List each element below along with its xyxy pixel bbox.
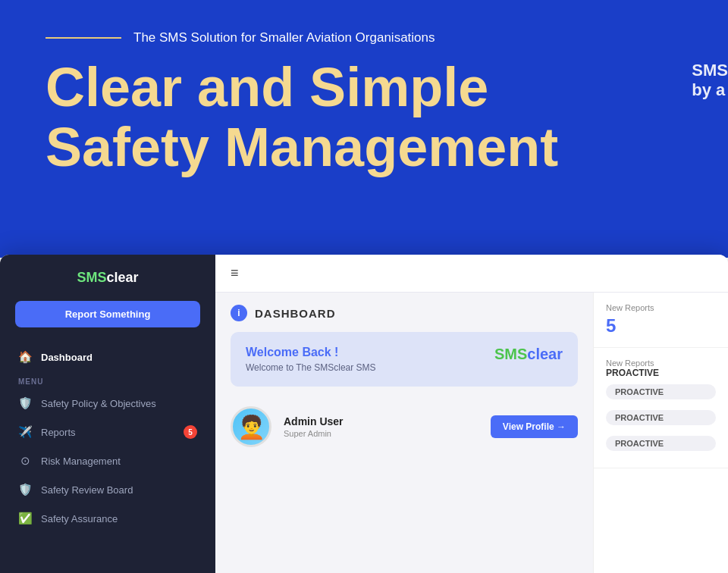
dashboard-icon: 🏠 — [18, 350, 32, 364]
welcome-text: Welcome Back ! Welcome to The SMSclear S… — [246, 346, 376, 373]
new-reports-count: 5 — [606, 315, 716, 337]
sidebar-safety-policy-label: Safety Policy & Objectives — [41, 398, 156, 409]
hero-title-line1: Clear and Simple — [46, 57, 488, 117]
profile-role: Super Admin — [284, 429, 344, 438]
sidebar-item-dashboard[interactable]: 🏠 Dashboard — [0, 343, 215, 371]
new-reports-proactive-label: New Reports PROACTIVE — [606, 359, 716, 378]
logo-sms: SMS — [77, 270, 106, 285]
risk-management-icon: ⊙ — [18, 454, 32, 468]
sidebar-logo: SMSclear — [0, 270, 215, 286]
safety-assurance-icon: ✅ — [18, 512, 32, 525]
dashboard-panel: i DASHBOARD Welcome Back ! Welcome to Th… — [215, 293, 593, 573]
hero-title: Clear and Simple Safety Management — [46, 58, 637, 177]
sidebar-menu-label: MENU — [0, 371, 215, 389]
main-content: ≡ i DASHBOARD Welcome Back ! Welcome to … — [215, 255, 728, 573]
right-panel: New Reports 5 New Reports PROACTIVE PROA… — [593, 293, 728, 573]
proactive-badge-3: PROACTIVE — [606, 436, 716, 451]
hero-line-decoration — [46, 37, 121, 39]
welcome-card: Welcome Back ! Welcome to The SMSclear S… — [231, 332, 578, 387]
profile-info: Admin User Super Admin — [284, 415, 344, 438]
welcome-subtitle: Welcome to The SMSclear SMS — [246, 362, 376, 373]
proactive-title-badge: PROACTIVE — [606, 368, 659, 378]
profile-name: Admin User — [284, 415, 344, 427]
new-reports-proactive-section: New Reports PROACTIVE PROACTIVE PROACTIV… — [594, 348, 728, 468]
hero-title-line2: Safety Management — [46, 117, 558, 177]
view-profile-button[interactable]: View Profile → — [491, 415, 578, 438]
safety-policy-icon: 🛡️ — [18, 396, 32, 410]
proactive-badge-list: PROACTIVE PROACTIVE PROACTIVE — [606, 384, 716, 457]
logo-clear: clear — [106, 270, 138, 285]
welcome-logo-sms: SMS — [494, 346, 527, 362]
content-area: i DASHBOARD Welcome Back ! Welcome to Th… — [215, 293, 728, 573]
sidebar-item-safety-policy[interactable]: 🛡️ Safety Policy & Objectives — [0, 389, 215, 418]
sidebar: SMSclear Report Something 🏠 Dashboard ME… — [0, 255, 215, 573]
hero-tagline-row: The SMS Solution for Smaller Aviation Or… — [46, 30, 682, 45]
sidebar-dashboard-label: Dashboard — [41, 352, 93, 363]
new-reports-label: New Reports — [606, 303, 716, 312]
sidebar-item-reports[interactable]: ✈️ Reports 5 — [0, 418, 215, 446]
profile-section: 🧑‍🦱 Admin User Super Admin View Profile … — [231, 399, 578, 455]
topbar: ≡ — [215, 255, 728, 293]
sidebar-item-risk-management[interactable]: ⊙ Risk Management — [0, 446, 215, 475]
welcome-title: Welcome Back ! — [246, 346, 376, 359]
hero-side-text: SMS by a — [692, 61, 728, 100]
hamburger-icon[interactable]: ≡ — [231, 265, 239, 281]
safety-review-icon: 🛡️ — [18, 483, 32, 496]
sidebar-risk-management-label: Risk Management — [41, 456, 121, 467]
sidebar-item-safety-review-board[interactable]: 🛡️ Safety Review Board — [0, 475, 215, 504]
avatar: 🧑‍🦱 — [231, 406, 271, 447]
welcome-logo-clear: clear — [527, 346, 563, 362]
proactive-badge-2: PROACTIVE — [606, 410, 716, 425]
hero-tagline: The SMS Solution for Smaller Aviation Or… — [133, 30, 435, 45]
reports-badge: 5 — [184, 425, 197, 439]
report-something-button[interactable]: Report Something — [15, 301, 200, 327]
hero-section: The SMS Solution for Smaller Aviation Or… — [0, 0, 728, 258]
proactive-badge-1: PROACTIVE — [606, 384, 716, 399]
sidebar-item-safety-assurance[interactable]: ✅ Safety Assurance — [0, 504, 215, 533]
avatar-emoji: 🧑‍🦱 — [237, 414, 265, 440]
dashboard-info-icon: i — [231, 305, 247, 321]
sidebar-reports-label: Reports — [41, 427, 76, 438]
dashboard-title: DASHBOARD — [255, 307, 336, 320]
welcome-logo: SMSclear — [494, 346, 563, 363]
reports-icon: ✈️ — [18, 425, 32, 439]
sidebar-safety-assurance-label: Safety Assurance — [41, 513, 118, 524]
new-reports-section: New Reports 5 — [594, 293, 728, 348]
app-container: SMSclear Report Something 🏠 Dashboard ME… — [0, 255, 728, 573]
sidebar-safety-review-label: Safety Review Board — [41, 484, 133, 496]
dashboard-header: i DASHBOARD — [231, 305, 578, 321]
